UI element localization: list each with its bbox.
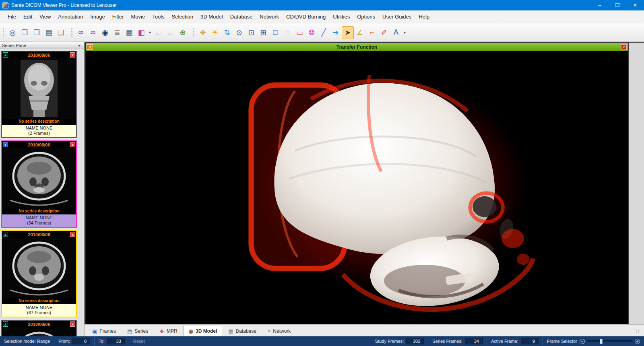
series-patient-name: NAME NONE [2, 305, 76, 310]
ellipse-roi-icon[interactable]: ◌ [281, 26, 293, 39]
zoom-preview-icon[interactable]: ◎ [6, 26, 19, 39]
series-item-1[interactable]: ▲ 2010/08/06 x [1, 51, 77, 138]
reset-button[interactable]: Reset [133, 339, 145, 344]
menu-edit[interactable]: Edit [20, 12, 36, 22]
rect-select-icon[interactable]: □ [269, 26, 281, 39]
pan-icon[interactable]: ✥ [197, 26, 209, 39]
copy-icon[interactable]: ❏ [55, 26, 67, 39]
collapse-series-pane-icon[interactable]: ◄ [76, 43, 82, 47]
series-frame-count: (34 Frames) [2, 220, 76, 226]
link-series-icon[interactable]: ∞ [75, 26, 87, 39]
series-thumbnail-xray[interactable] [2, 58, 76, 119]
save-image-icon[interactable]: ❐ [31, 26, 43, 39]
menu-database[interactable]: Database [227, 12, 256, 22]
series-frame-count: (67 Frames) [2, 310, 76, 315]
minimize-button[interactable]: – [591, 0, 609, 10]
zoom-region-icon[interactable]: ⊡ [245, 26, 257, 39]
line-tool-icon[interactable]: ╱ [318, 26, 330, 39]
volume-render-canvas[interactable] [86, 51, 628, 324]
series-close-icon[interactable]: x [70, 52, 75, 58]
arrow-tool-icon[interactable]: ➔ [330, 26, 342, 39]
series-close-icon[interactable]: x [70, 142, 75, 147]
series-thumbnail-axial-ct[interactable] [2, 148, 76, 208]
polyline-tool-icon[interactable]: ⌐ [366, 26, 378, 39]
channels-menu-icon[interactable]: ▾ [147, 26, 153, 39]
series-close-icon[interactable]: x [70, 321, 75, 327]
menu-filter[interactable]: Filter [109, 12, 128, 22]
viewport-row: ↗ Transfer Function x [85, 42, 644, 324]
series-list: ▲ 2010/08/06 x [0, 49, 84, 336]
viewport-close-icon[interactable]: x [621, 44, 627, 50]
open-image-icon[interactable]: ❒ [19, 26, 31, 39]
marker-tool-icon[interactable]: ✐ [378, 26, 390, 39]
tab-icon: ▣ [92, 328, 97, 334]
series-close-icon[interactable]: x [70, 232, 75, 237]
show-overlays-icon[interactable]: ◉ [99, 26, 111, 39]
angle-tool-icon[interactable]: ∠ [354, 26, 366, 39]
series-date-row: 1 2010/08/06 x [2, 141, 76, 148]
menu-3d-model[interactable]: 3D Model [197, 12, 227, 22]
globe-icon[interactable]: ⊕ [177, 26, 189, 39]
from-value-field[interactable]: 0 [72, 338, 90, 344]
viewport-header[interactable]: ↗ Transfer Function x [86, 43, 628, 51]
frame-next-button[interactable]: + [635, 339, 640, 344]
close-button[interactable]: ✕ [626, 0, 644, 10]
menu-image[interactable]: Image [87, 12, 108, 22]
maximize-button[interactable]: ❐ [609, 0, 626, 10]
series-item-2[interactable]: 1 2010/08/06 x [1, 140, 77, 228]
tools-menu-icon[interactable]: ▾ [402, 26, 407, 39]
title-bar: Sante DICOM Viewer Pro - Licensed to Len… [0, 0, 644, 10]
tab-icon: ◉ [189, 328, 193, 334]
link-all-icon[interactable]: ∞ [87, 26, 99, 39]
series-thumbnail-axial-ct[interactable] [2, 327, 76, 336]
print-icon[interactable]: ▤ [43, 26, 55, 39]
series-pane-header: Series Pane ◄ [0, 42, 84, 49]
tab-3d-model[interactable]: ◉3D Model [184, 326, 223, 336]
menu-annotation[interactable]: Annotation [54, 12, 87, 22]
window-next-icon: ▱ [165, 26, 177, 39]
menu-cd-dvd-burning[interactable]: CD/DVD Burning [283, 12, 329, 22]
series-thumbnail-axial-ct[interactable] [2, 238, 76, 298]
tab-network[interactable]: ⌗Network [262, 326, 296, 336]
window-title: Sante DICOM Viewer Pro - Licensed to Len… [11, 2, 591, 8]
viewer-column: ↗ Transfer Function x [85, 42, 644, 336]
color-channels-icon[interactable]: ◧ [135, 26, 147, 39]
menu-view[interactable]: View [36, 12, 54, 22]
menu-utilities[interactable]: Utilities [329, 12, 353, 22]
menu-tools[interactable]: Tools [149, 12, 168, 22]
menu-file[interactable]: File [4, 12, 20, 22]
to-label: To: [99, 339, 105, 344]
series-item-3[interactable]: ▲ 2010/08/06 x [1, 230, 77, 317]
frame-slider-track[interactable] [587, 340, 633, 342]
pointer-tool-icon[interactable]: ➤ [342, 26, 354, 39]
frame-prev-button[interactable]: − [580, 339, 585, 344]
series-item-4[interactable]: ▲ 2010/08/06 x [1, 320, 77, 336]
tab-database[interactable]: ▦Database [223, 326, 262, 336]
color-palette-icon[interactable]: ❂ [305, 26, 318, 39]
levels-icon[interactable]: ≣ [111, 26, 123, 39]
tab-mpr[interactable]: ❖MPR [154, 326, 182, 336]
menu-movie[interactable]: Movie [128, 12, 149, 22]
text-tool-icon[interactable]: A [390, 26, 402, 39]
layout-icon[interactable]: ▦ [123, 26, 135, 39]
zoom-icon[interactable]: ⊙ [233, 26, 245, 39]
to-value-field[interactable]: 33 [107, 338, 125, 344]
menu-user-guides[interactable]: User Guides [379, 12, 415, 22]
brightness-icon[interactable]: ☀ [209, 26, 221, 39]
window-level-icon[interactable]: ⇅ [221, 26, 233, 39]
from-label: From: [58, 339, 70, 344]
zoom-fit-icon[interactable]: ⊞ [257, 26, 269, 39]
frame-slider-handle[interactable] [600, 339, 603, 344]
rect-roi-icon[interactable]: ▭ [293, 26, 305, 39]
series-description: No series description [2, 298, 76, 304]
tab-frames[interactable]: ▣Frames [87, 326, 121, 336]
menu-network[interactable]: Network [256, 12, 283, 22]
app-window: Sante DICOM Viewer Pro - Licensed to Len… [0, 0, 644, 346]
menu-options[interactable]: Options [353, 12, 379, 22]
frame-selector-slider[interactable]: − + [580, 339, 640, 344]
tab-series[interactable]: ▤Series [122, 326, 153, 336]
menu-help[interactable]: Help [415, 12, 433, 22]
range-to-segment: To: 33 [95, 336, 129, 346]
window-prev-icon: ▱ [153, 26, 165, 39]
menu-selection[interactable]: Selection [168, 12, 197, 22]
